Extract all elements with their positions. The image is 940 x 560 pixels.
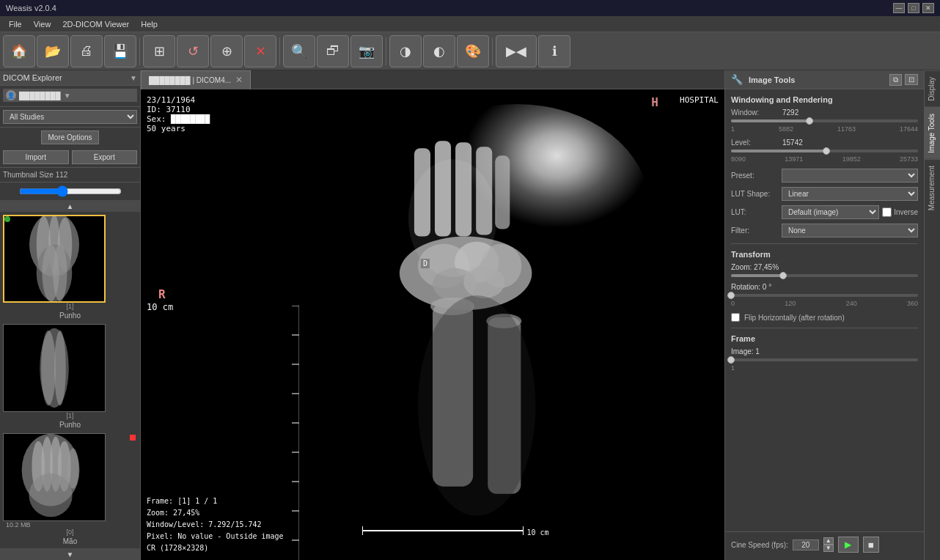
menu-help[interactable]: Help [135,18,164,30]
capture-button[interactable]: 📷 [350,35,383,67]
preset-select[interactable] [782,169,918,183]
lut-shape-select[interactable]: Linear [782,187,918,201]
import-export-row: Import Export [0,147,140,168]
overlay-date: 23/11/1964 ID: 37110 Sex: ████████ 50 ye… [147,95,210,133]
thumbnails-scroll-down[interactable]: ▼ [0,548,140,560]
cine-play-button[interactable]: ▶ [838,537,859,553]
info-frame: Frame: [1] 1 / 1 [147,495,284,507]
brightness-button[interactable]: ◐ [423,35,455,67]
zoom-slider-fill [731,274,783,277]
maximize-button[interactable]: □ [908,3,919,13]
menu-file[interactable]: File [3,18,28,30]
cine-speed-up[interactable]: ▲ [823,537,834,545]
level-label-3: 19852 [842,155,861,163]
ruler-svg [287,306,299,560]
export-button-left[interactable]: Export [72,150,138,164]
thumb-green-badge-1 [4,216,10,222]
overlay-patient-id: ID: 37110 [147,105,210,114]
window-slider-thumb[interactable] [806,117,813,125]
transform-section: Transform Zoom: 27,45% Rotation: 0 ° [731,250,918,322]
window-label-1: 1 [731,125,735,133]
cine-speed-label: Cine Speed (fps): [731,541,788,549]
thumbnail-size-slider[interactable] [19,185,122,197]
info-button[interactable]: ℹ [538,35,570,67]
tools-detach-button[interactable]: ⊡ [905,74,918,85]
menu-view[interactable]: View [28,18,57,30]
patient-info: 👤 ████████ ▼ [0,86,140,107]
side-tab-display[interactable]: Display [925,70,940,107]
zoom-button[interactable]: 🔍 [283,35,315,67]
delete-button[interactable]: ✕ [244,35,276,67]
lut-button[interactable]: 🎨 [457,35,489,67]
minimize-button[interactable]: — [893,3,905,13]
print-button[interactable]: 🖨 [70,35,103,67]
thumb-index-3: [0] [3,528,137,536]
zoom-slider-track [731,274,918,277]
rotation-param-row: Rotation: 0 ° [731,283,918,291]
export-button[interactable]: 💾 [104,35,136,67]
import-button[interactable]: Import [3,150,69,164]
close-button[interactable]: ✕ [922,3,934,13]
cine-speed-input[interactable] [793,539,819,550]
thumbnails-scroll-up[interactable]: ▲ [0,200,140,212]
level-label-1: 8090 [731,155,746,163]
svg-point-11 [54,331,66,406]
overlay-patient-date: 23/11/1964 [147,95,210,105]
window-label: Window: [731,108,782,117]
rotation-slider-thumb[interactable] [727,292,735,299]
cine-section: Cine Speed (fps): ▲ ▼ ▶ ■ [725,531,924,560]
tools-popout-button[interactable]: ⧉ [889,74,902,86]
grid-button[interactable]: ⊞ [143,35,175,67]
info-window-level: Window/Level: 7.292/15.742 [147,519,284,531]
lut-shape-label: LUT Shape: [731,190,779,198]
side-tabs: Display Image Tools Measurement [924,70,940,560]
lut-label: LUT: [731,208,779,216]
windowing-title: Windowing and Rendering [731,95,918,104]
open-button[interactable]: 📂 [37,35,69,67]
patient-expand-icon[interactable]: ▼ [64,92,71,100]
svg-point-19 [29,474,73,517]
side-tab-measurement[interactable]: Measurement [925,159,940,216]
frame-slider-thumb[interactable] [727,356,735,364]
rotate-button[interactable]: ↺ [177,35,209,67]
flip-checkbox[interactable] [731,313,740,322]
thumb-index-1: [1] [3,303,137,310]
marker-button[interactable]: ⊕ [210,35,243,67]
inverse-checkbox[interactable] [882,207,892,217]
filter-select[interactable]: None [782,224,918,237]
side-tab-image-tools[interactable]: Image Tools [925,107,940,159]
thumb-index-2: [1] [3,412,137,419]
window-value: 7292 [782,108,798,117]
more-options-button[interactable]: More Options [41,130,98,144]
rot-label-120: 120 [785,300,796,307]
thumbnail-item-3[interactable]: 10.2 MB [0] Mão [3,433,137,547]
home-button[interactable]: 🏠 [3,35,35,67]
tab-close-button[interactable]: ✕ [235,75,243,85]
thumb-label-1: Punho [3,310,137,321]
thumb-label-2: Punho [3,419,137,430]
image-param-row: Image: 1 [731,347,918,355]
frame-label-1: 1 [731,364,735,372]
ruler-lines [287,306,299,534]
level-slider-thumb[interactable] [823,147,830,155]
rot-label-240: 240 [846,300,857,307]
level-label-4: 25733 [900,155,918,163]
viewer-tab-1[interactable]: ████████ | DICOM4... ✕ [141,70,251,89]
overlay-scale-top: 10 cm [147,302,173,312]
contrast-button[interactable]: ◑ [389,35,422,67]
lut-select[interactable]: Default (image) [782,205,879,219]
viewer-canvas[interactable]: 23/11/1964 ID: 37110 Sex: ████████ 50 ye… [141,89,724,560]
study-filter-select[interactable]: All Studies [3,110,137,124]
cine-stop-button[interactable]: ■ [863,537,879,553]
menubar: File View 2D-DICOM Viewer Help [0,16,940,32]
thumbnail-item-2[interactable]: [1] Punho [3,324,137,430]
thumbnail-item-1[interactable]: [1] Punho [3,215,137,321]
menu-dicom-viewer[interactable]: 2D-DICOM Viewer [56,18,135,30]
explorer-expand-icon[interactable]: ▼ [130,74,137,82]
cine-button[interactable]: ▶◀ [496,35,537,67]
pan-button[interactable]: 🗗 [317,35,349,67]
titlebar: Weasis v2.0.4 — □ ✕ [0,0,940,16]
zoom-slider-thumb[interactable] [779,272,787,279]
thumb-frame-2 [3,324,106,412]
cine-speed-down[interactable]: ▼ [823,545,834,552]
